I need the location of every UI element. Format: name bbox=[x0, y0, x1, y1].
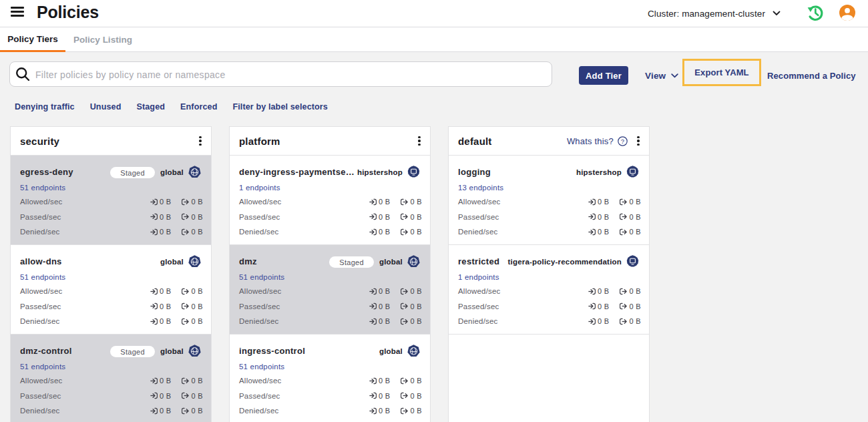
svg-text:?: ? bbox=[621, 137, 624, 144]
